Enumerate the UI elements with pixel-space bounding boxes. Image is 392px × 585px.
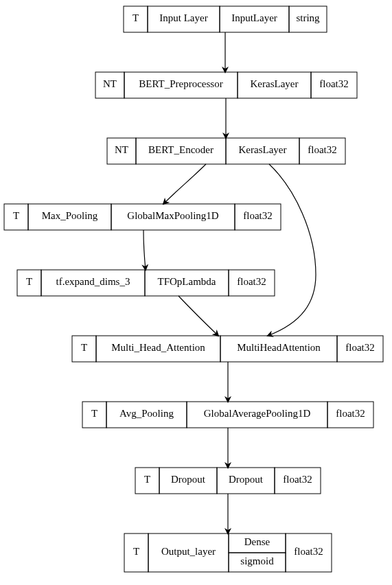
avgpool-trainable: T xyxy=(91,408,97,419)
avgpool-name: Avg_Pooling xyxy=(119,408,174,419)
node-output-layer: T Output_layer Dense sigmoid float32 xyxy=(124,534,332,572)
encoder-trainable: NT xyxy=(115,144,128,155)
node-max-pooling: T Max_Pooling GlobalMaxPooling1D float32 xyxy=(4,204,281,230)
input-trainable: T xyxy=(132,12,139,23)
expand-name: tf.expand_dims_3 xyxy=(56,276,130,287)
node-avg-pooling: T Avg_Pooling GlobalAveragePooling1D flo… xyxy=(82,402,373,428)
output-activation: sigmoid xyxy=(240,555,274,566)
node-dropout: T Dropout Dropout float32 xyxy=(135,468,321,494)
maxpool-trainable: T xyxy=(13,210,19,221)
maxpool-dtype: float32 xyxy=(243,210,273,221)
preproc-dtype: float32 xyxy=(319,78,349,89)
input-name: Input Layer xyxy=(159,12,207,23)
encoder-name: BERT_Encoder xyxy=(148,144,214,155)
dropout-dtype: float32 xyxy=(283,474,312,485)
output-trainable: T xyxy=(133,546,139,557)
expand-trainable: T xyxy=(26,276,32,287)
node-multi-head-attention: T Multi_Head_Attention MultiHeadAttentio… xyxy=(72,336,383,362)
edge-encoder-to-mha xyxy=(268,164,316,336)
mha-trainable: T xyxy=(81,342,87,353)
node-expand-dims: T tf.expand_dims_3 TFOpLambda float32 xyxy=(17,270,275,296)
preproc-trainable: NT xyxy=(103,78,117,89)
avgpool-type: GlobalAveragePooling1D xyxy=(204,408,311,419)
model-architecture-diagram: T Input Layer InputLayer string NT BERT_… xyxy=(0,0,392,585)
output-dtype: float32 xyxy=(294,546,323,557)
dropout-name: Dropout xyxy=(171,474,206,485)
avgpool-dtype: float32 xyxy=(336,408,365,419)
maxpool-type: GlobalMaxPooling1D xyxy=(127,210,218,221)
mha-type: MultiHeadAttention xyxy=(237,342,321,353)
input-dtype: string xyxy=(296,12,320,23)
edge-encoder-to-maxpool xyxy=(163,164,206,204)
node-bert-encoder: NT BERT_Encoder KerasLayer float32 xyxy=(107,138,345,164)
mha-name: Multi_Head_Attention xyxy=(111,342,205,353)
preproc-type: KerasLayer xyxy=(251,78,299,89)
encoder-dtype: float32 xyxy=(308,144,337,155)
node-input-layer: T Input Layer InputLayer string xyxy=(124,6,327,32)
dropout-type: Dropout xyxy=(229,474,264,485)
node-bert-preprocessor: NT BERT_Preprocessor KerasLayer float32 xyxy=(95,72,357,98)
dropout-trainable: T xyxy=(144,474,150,485)
output-name: Output_layer xyxy=(161,546,216,557)
edge-maxpool-to-expand xyxy=(143,230,146,270)
output-type: Dense xyxy=(244,536,270,547)
mha-dtype: float32 xyxy=(345,342,375,353)
expand-type: TFOpLambda xyxy=(158,276,216,287)
maxpool-name: Max_Pooling xyxy=(42,210,98,221)
input-type: InputLayer xyxy=(231,12,277,23)
preproc-name: BERT_Preprocessor xyxy=(139,78,222,89)
edge-expand-to-mha xyxy=(178,296,218,336)
encoder-type: KerasLayer xyxy=(239,144,287,155)
expand-dtype: float32 xyxy=(237,276,266,287)
